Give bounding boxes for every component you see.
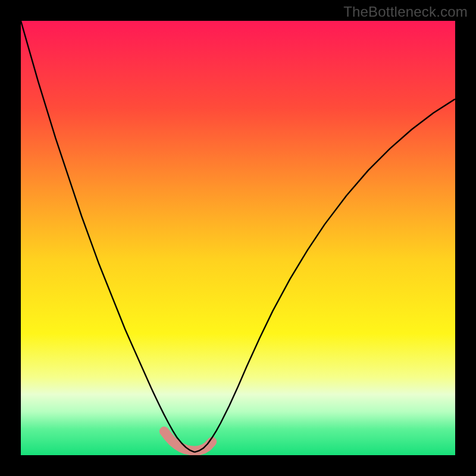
gradient-background xyxy=(21,21,455,455)
chart-frame: TheBottleneck.com xyxy=(0,0,476,476)
plot-area xyxy=(21,21,455,455)
attribution-label: TheBottleneck.com xyxy=(343,4,468,20)
bottleneck-chart xyxy=(21,21,455,455)
